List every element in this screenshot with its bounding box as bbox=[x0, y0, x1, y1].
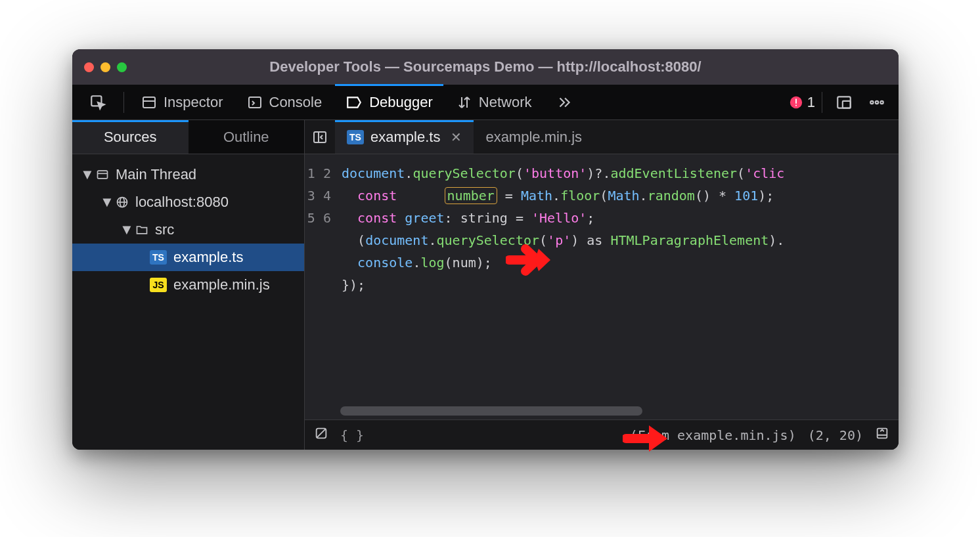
pick-element-icon bbox=[89, 94, 106, 111]
panel-left-icon bbox=[312, 129, 328, 145]
svg-rect-1 bbox=[143, 97, 155, 108]
filetab-example-min-js[interactable]: example.min.js bbox=[474, 120, 594, 154]
svg-point-10 bbox=[876, 100, 878, 103]
pick-element-button[interactable] bbox=[79, 85, 117, 119]
svg-rect-8 bbox=[843, 100, 851, 108]
devtools-window: Developer Tools — Sourcemaps Demo — http… bbox=[72, 49, 899, 450]
pretty-print-button[interactable]: { } bbox=[340, 427, 364, 443]
kebab-menu-button[interactable] bbox=[862, 85, 892, 119]
ts-badge-icon: TS bbox=[150, 250, 167, 265]
sources-panel: Sources Outline ▼ Main Thread ▼ localhos… bbox=[72, 120, 305, 450]
toggle-sidebar-button[interactable] bbox=[305, 120, 335, 154]
tab-network[interactable]: Network bbox=[446, 85, 543, 119]
svg-line-20 bbox=[317, 429, 326, 438]
separator bbox=[123, 92, 124, 113]
tree-file-example-ts[interactable]: TS example.ts bbox=[72, 244, 304, 271]
tree-main-thread-label: Main Thread bbox=[116, 166, 196, 183]
svg-rect-5 bbox=[795, 98, 797, 103]
dock-mode-button[interactable] bbox=[829, 85, 859, 119]
svg-rect-3 bbox=[249, 97, 261, 108]
tab-inspector-label: Inspector bbox=[164, 94, 223, 111]
panel-bottom-icon bbox=[875, 426, 889, 440]
source-tree: ▼ Main Thread ▼ localhost:8080 ▼ src TS … bbox=[72, 154, 304, 305]
devtools-toolbar: Inspector Console Debugger Network bbox=[72, 85, 899, 120]
horizontal-scrollbar[interactable] bbox=[340, 406, 887, 416]
caret-down-icon: ▼ bbox=[100, 194, 109, 211]
caret-down-icon: ▼ bbox=[80, 166, 89, 183]
tree-file-example-min-js[interactable]: JS example.min.js bbox=[72, 271, 304, 299]
close-tab-icon[interactable]: ✕ bbox=[451, 129, 462, 145]
svg-rect-7 bbox=[837, 97, 851, 108]
svg-point-11 bbox=[880, 100, 883, 103]
tree-file-example-ts-label: example.ts bbox=[173, 249, 243, 266]
network-icon bbox=[457, 95, 472, 110]
toggle-split-button[interactable] bbox=[875, 426, 889, 444]
source-mapped-from: (From example.min.js) bbox=[630, 427, 796, 443]
globe-icon bbox=[116, 196, 129, 209]
tab-network-label: Network bbox=[479, 94, 532, 111]
tree-host-label: localhost:8080 bbox=[135, 194, 229, 211]
close-window-button[interactable] bbox=[84, 62, 94, 72]
subtab-sources-label: Sources bbox=[104, 129, 157, 146]
subtab-outline-label: Outline bbox=[223, 129, 269, 146]
minimize-window-button[interactable] bbox=[100, 62, 110, 72]
type-highlight: number bbox=[445, 187, 497, 204]
code-content[interactable]: document.querySelector('button')?.addEve… bbox=[336, 154, 899, 419]
line-gutter: 1 2 3 4 5 6 bbox=[305, 154, 336, 419]
chevron-double-right-icon bbox=[556, 94, 573, 111]
debugger-icon bbox=[345, 94, 363, 111]
window-icon bbox=[96, 168, 109, 181]
tab-debugger[interactable]: Debugger bbox=[335, 85, 443, 119]
editor-footer: { } (From example.min.js) (2, 20) bbox=[305, 419, 899, 450]
error-count[interactable]: 1 bbox=[789, 94, 815, 111]
tree-folder-src-label: src bbox=[155, 221, 174, 238]
svg-rect-12 bbox=[98, 171, 108, 179]
more-icon bbox=[868, 94, 885, 111]
tab-console-label: Console bbox=[269, 94, 323, 111]
subtab-sources[interactable]: Sources bbox=[72, 120, 189, 154]
tree-file-example-min-js-label: example.min.js bbox=[173, 276, 270, 293]
blackbox-button[interactable] bbox=[314, 426, 328, 444]
maximize-window-button[interactable] bbox=[117, 62, 127, 72]
tree-folder-src[interactable]: ▼ src bbox=[72, 216, 304, 244]
window-title: Developer Tools — Sourcemaps Demo — http… bbox=[72, 58, 899, 75]
subtab-outline[interactable]: Outline bbox=[189, 120, 305, 154]
tree-host[interactable]: ▼ localhost:8080 bbox=[72, 188, 304, 216]
filetab-example-ts[interactable]: TS example.ts ✕ bbox=[335, 120, 474, 154]
window-titlebar: Developer Tools — Sourcemaps Demo — http… bbox=[72, 49, 899, 85]
blackbox-icon bbox=[314, 426, 328, 440]
tree-main-thread[interactable]: ▼ Main Thread bbox=[72, 161, 304, 188]
console-icon bbox=[247, 95, 263, 110]
caret-down-icon: ▼ bbox=[120, 221, 129, 238]
tab-console[interactable]: Console bbox=[236, 85, 333, 119]
tab-debugger-label: Debugger bbox=[369, 94, 433, 111]
inspector-icon bbox=[141, 95, 157, 110]
svg-point-9 bbox=[870, 100, 873, 103]
folder-icon bbox=[135, 223, 148, 236]
error-count-value: 1 bbox=[807, 94, 815, 111]
editor-panel: TS example.ts ✕ example.min.js 1 2 3 4 5… bbox=[305, 120, 899, 450]
separator bbox=[822, 92, 822, 113]
overflow-tabs-button[interactable] bbox=[545, 85, 583, 119]
filetab-example-min-js-label: example.min.js bbox=[485, 129, 582, 146]
cursor-position: (2, 20) bbox=[808, 427, 863, 443]
file-tabs: TS example.ts ✕ example.min.js bbox=[305, 120, 899, 154]
tab-inspector[interactable]: Inspector bbox=[131, 85, 234, 119]
traffic-lights bbox=[84, 62, 127, 72]
dock-icon bbox=[835, 94, 853, 111]
filetab-example-ts-label: example.ts bbox=[370, 129, 440, 146]
js-badge-icon: JS bbox=[150, 278, 167, 292]
svg-rect-6 bbox=[795, 104, 797, 106]
code-editor[interactable]: 1 2 3 4 5 6 document.querySelector('butt… bbox=[305, 154, 899, 419]
scrollbar-thumb[interactable] bbox=[340, 406, 642, 416]
ts-badge-icon: TS bbox=[347, 130, 364, 144]
